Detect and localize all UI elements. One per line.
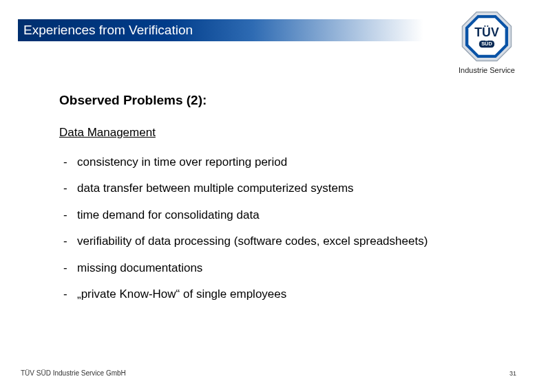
slide: Experiences from Verification TÜV SÜD In… <box>0 0 537 392</box>
list-item: verifiability of data processing (softwa… <box>59 228 516 254</box>
list-item: „private Know-How“ of single employees <box>59 281 516 307</box>
page-number: 31 <box>509 370 516 377</box>
section-subheading: Data Management <box>59 126 516 140</box>
footer-text: TÜV SÜD Industrie Service GmbH <box>21 369 126 377</box>
tuv-logo: TÜV SÜD Industrie Service <box>457 11 516 74</box>
logo-division: Industrie Service <box>459 66 515 74</box>
list-item: consistency in time over reporting perio… <box>59 149 516 175</box>
list-item: data transfer between multiple computeri… <box>59 175 516 202</box>
logo-main-text: TÜV <box>474 25 499 39</box>
list-item: time demand for consolidating data <box>59 202 516 228</box>
tuv-octagon-icon: TÜV SÜD <box>461 11 512 62</box>
slide-body: Observed Problems (2): Data Management c… <box>59 93 516 307</box>
logo-sub-text: SÜD <box>481 41 492 47</box>
octagon-svg: TÜV SÜD <box>461 11 512 62</box>
bullet-list: consistency in time over reporting perio… <box>59 149 516 307</box>
list-item: missing documentations <box>59 255 516 281</box>
section-heading: Observed Problems (2): <box>59 93 516 108</box>
title-bar: Experiences from Verification <box>18 19 445 41</box>
slide-title: Experiences from Verification <box>23 23 193 38</box>
